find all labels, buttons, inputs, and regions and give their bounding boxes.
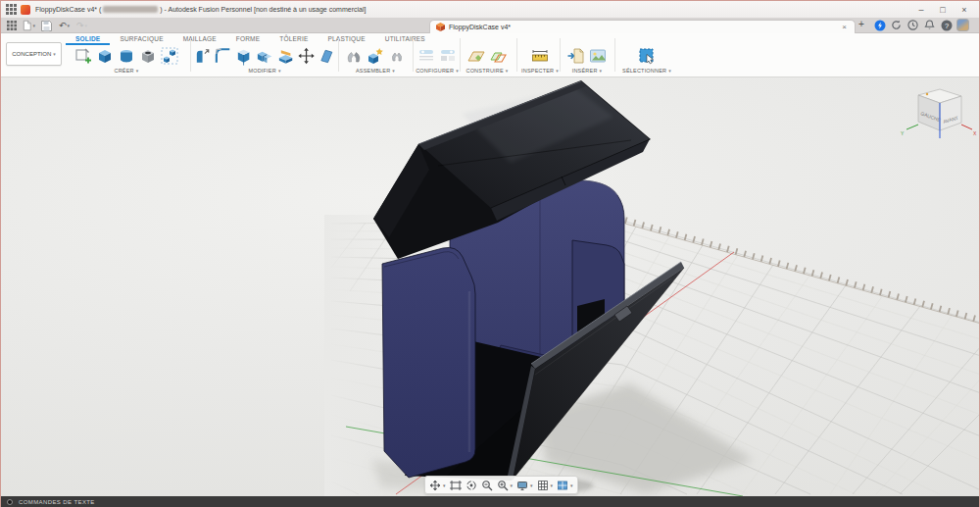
combine-icon[interactable] — [255, 46, 273, 66]
model-left-wall[interactable] — [382, 247, 475, 478]
group-label-construire[interactable]: CONSTRUIRE — [462, 68, 513, 74]
group-inspecter: INSPECTER — [518, 45, 562, 76]
user-avatar[interactable] — [956, 19, 969, 31]
app-grid-icon[interactable] — [6, 4, 17, 15]
group-label-modifier[interactable]: MODIFIER — [193, 68, 336, 74]
new-tab-button[interactable]: + — [858, 19, 864, 29]
construction-plane-icon[interactable] — [466, 46, 486, 66]
document-tab[interactable]: FloppyDiskCase v4* × — [429, 20, 856, 33]
fusion-window: FloppyDiskCase v4* () - Autodesk Fusion … — [0, 0, 980, 507]
tab-tolerie[interactable]: TÔLERIE — [270, 33, 318, 45]
joint-origin-icon[interactable] — [387, 46, 407, 66]
orbit-tool[interactable] — [466, 480, 477, 491]
close-button[interactable]: × — [954, 1, 975, 18]
viewcube-x-axis — [961, 125, 972, 129]
move-copy-icon[interactable] — [297, 46, 316, 66]
svg-text:?: ? — [944, 21, 948, 29]
new-component-icon[interactable] — [366, 46, 385, 66]
align-icon[interactable] — [318, 46, 336, 66]
insert-file-icon[interactable] — [566, 46, 586, 66]
hole-icon[interactable] — [138, 46, 158, 66]
tab-utilitaires[interactable]: UTILITAIRES — [375, 33, 435, 45]
joint-icon[interactable] — [344, 46, 364, 66]
text-commands-label[interactable]: COMMANDES DE TEXTE — [19, 499, 95, 505]
group-inserer: INSÉRER — [562, 45, 612, 76]
document-tab-label: FloppyDiskCase v4* — [449, 24, 840, 30]
press-pull-icon[interactable] — [193, 46, 212, 66]
tab-maillage[interactable]: MAILLAGE — [173, 33, 226, 45]
show-data-panel-icon[interactable] — [5, 20, 18, 31]
tab-solide[interactable]: SOLIDE — [66, 33, 110, 45]
offset-plane-icon[interactable] — [488, 46, 508, 66]
maximize-button[interactable]: □ — [932, 1, 954, 18]
group-label-inspecter[interactable]: INSPECTER — [518, 68, 562, 74]
pattern-icon[interactable] — [160, 46, 179, 66]
split-body-icon[interactable] — [276, 46, 295, 66]
document-cube-icon — [436, 23, 445, 31]
create-sketch-icon[interactable] — [74, 46, 93, 66]
status-bar: COMMANDES DE TEXTE — [1, 496, 979, 507]
notifications-bell-icon[interactable] — [923, 19, 936, 31]
fusion-logo-icon — [21, 5, 30, 15]
save-icon[interactable] — [40, 20, 53, 31]
group-label-inserer[interactable]: INSÉRER — [562, 68, 612, 74]
redo-icon[interactable]: ↷▾ — [75, 20, 88, 31]
tab-surfacique[interactable]: SURFACIQUE — [110, 33, 172, 45]
zoom-tool[interactable]: ▾ — [497, 480, 514, 491]
display-settings-tool[interactable]: ▾ — [516, 480, 533, 491]
extrude-icon[interactable] — [95, 46, 115, 66]
group-modifier: MODIFIER — [193, 45, 336, 76]
group-label-configurer[interactable]: CONFIGURER — [416, 68, 459, 74]
group-label-creer[interactable]: CRÉER — [64, 68, 189, 74]
grid-settings-tool[interactable]: ▾ — [537, 480, 554, 491]
configuration-table-icon[interactable] — [438, 46, 458, 66]
3d-viewport[interactable]: GAUCHE AVANT X Y ▾ ▾ ▾ ▾ ▾ — [1, 77, 979, 496]
window-title: FloppyDiskCase v4* () - Autodesk Fusion … — [35, 6, 366, 14]
group-label-selectionner[interactable]: SÉLECTIONNER — [616, 68, 677, 74]
sync-icon[interactable] — [890, 19, 903, 31]
fit-view-tool[interactable] — [450, 480, 462, 491]
fillet-icon[interactable] — [214, 46, 232, 66]
history-clock-icon[interactable] — [906, 19, 919, 31]
viewcube-x-label: X — [973, 130, 977, 136]
viewcube-y-label: Y — [901, 130, 905, 136]
select-icon[interactable] — [637, 46, 657, 66]
group-construire: CONSTRUIRE — [462, 45, 513, 76]
ribbon-tabs: SOLIDE SURFACIQUE MAILLAGE FORME TÔLERIE… — [66, 33, 435, 45]
job-status-icon[interactable] — [873, 19, 886, 31]
tab-forme[interactable]: FORME — [226, 33, 270, 45]
group-creer: CRÉER — [64, 45, 189, 76]
file-menu-icon[interactable]: ▾ — [23, 20, 35, 31]
undo-icon[interactable]: ↶▾ — [58, 20, 71, 31]
look-at-tool[interactable] — [481, 480, 493, 491]
viewcube-y-axis — [906, 125, 918, 129]
insert-image-icon[interactable] — [588, 46, 608, 66]
view-navigation-toolbar: ▾ ▾ ▾ ▾ ▾ — [424, 476, 578, 494]
workspace-selector-button[interactable]: CONCEPTION — [6, 42, 62, 66]
revolve-icon[interactable] — [117, 46, 136, 66]
group-selectionner: SÉLECTIONNER — [616, 45, 677, 76]
pan-tool[interactable]: ▾ — [429, 480, 446, 491]
configure-icon[interactable] — [416, 46, 436, 66]
shell-icon[interactable] — [234, 46, 253, 66]
ribbon-toolbar: SOLIDE SURFACIQUE MAILLAGE FORME TÔLERIE… — [1, 33, 979, 77]
redacted-username — [103, 6, 158, 13]
help-icon[interactable]: ? — [940, 19, 953, 31]
viewports-tool[interactable]: ▾ — [557, 480, 573, 491]
measure-icon[interactable] — [530, 46, 550, 66]
quick-access-toolbar: ▾ ↶▾ ↷▾ — [5, 20, 88, 31]
minimize-button[interactable]: – — [910, 1, 932, 18]
close-tab-icon[interactable]: × — [840, 23, 849, 31]
document-tab-bar: ▾ ↶▾ ↷▾ FloppyDiskCase v4* × + ? — [1, 18, 979, 33]
title-bar: FloppyDiskCase v4* () - Autodesk Fusion … — [1, 1, 979, 18]
text-commands-icon[interactable] — [7, 499, 13, 505]
group-assembler: ASSEMBLER — [341, 45, 410, 76]
group-label-assembler[interactable]: ASSEMBLER — [341, 68, 410, 74]
view-cube[interactable]: GAUCHE AVANT X Y — [901, 89, 977, 138]
tab-plastique[interactable]: PLASTIQUE — [318, 33, 375, 45]
group-configurer: CONFIGURER — [416, 45, 459, 76]
